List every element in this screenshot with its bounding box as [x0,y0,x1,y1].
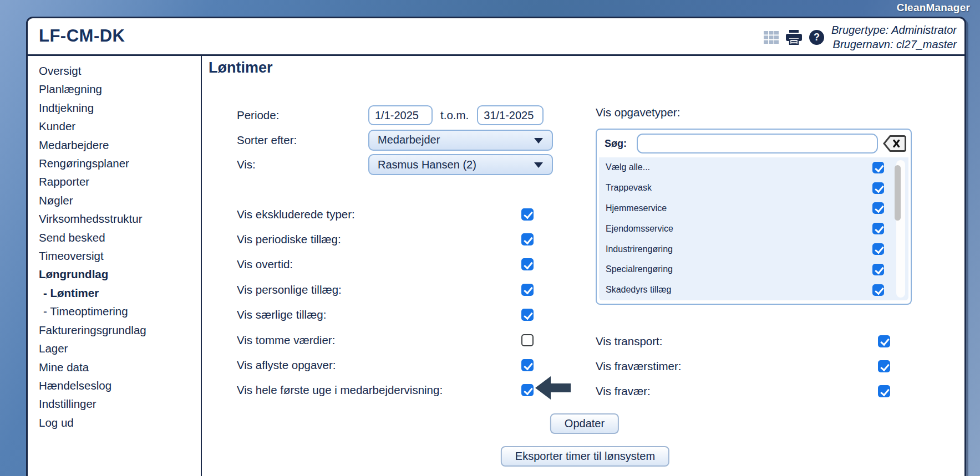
user-info: Brugertype: Administrator Brugernavn: cl… [831,23,957,52]
options-left-column: Vis ekskluderede typer: Vis periodiske t… [237,202,534,403]
sidebar-item-faktureringsgrundlag[interactable]: Faktureringsgrundlag [39,321,201,339]
sidebar-item-noegler[interactable]: Nøgler [39,191,201,209]
option-row: Vis overtid: [237,252,534,277]
option-row: Vis aflyste opgaver: [237,352,534,377]
sorter-efter-value: Medarbejder [378,134,440,146]
checkbox[interactable] [872,243,884,255]
sorter-efter-select[interactable]: Medarbejder [368,130,553,151]
checkbox[interactable] [878,385,890,397]
list-item-label: Trappevask [606,183,652,193]
sidebar-item-loentimer[interactable]: - Løntimer [39,284,201,302]
list-item-label: Industrirengøring [606,244,673,254]
list-item-label: Skadedyrs tillæg [606,285,671,295]
eksporter-button[interactable]: Eksporter timer til lønsystem [501,446,669,467]
header-toolbar: ? Brugertype: Administrator Brugernavn: … [764,23,957,52]
option-row: Vis personlige tillæg: [237,277,534,302]
sidebar-item-loengrundlag[interactable]: Løngrundlag [39,265,201,283]
sidebar-item-planlaegning[interactable]: Planlægning [39,80,201,98]
printer-icon[interactable] [786,30,802,45]
list-item-industrirengoering[interactable]: Industrirengøring [599,239,908,259]
sidebar-item-timeoversigt[interactable]: Timeoversigt [39,247,201,265]
sidebar-item-medarbejdere[interactable]: Medarbejdere [39,136,201,154]
soeg-label: Søg: [605,138,637,150]
list-item-specialrengoering[interactable]: Specialrengøring [599,259,908,280]
checkbox[interactable] [521,258,534,270]
soeg-input[interactable] [637,134,878,153]
checkbox[interactable] [521,284,534,296]
sidebar-item-rapporter[interactable]: Rapporter [39,172,201,191]
user-name: Brugernavn: cl27_master [831,37,957,52]
checkbox[interactable] [872,284,884,296]
sidebar-item-oversigt[interactable]: Oversigt [39,62,201,80]
list-item-skadedyrs-tillaeg[interactable]: Skadedyrs tillæg [599,280,908,300]
checkbox[interactable] [521,334,534,346]
sidebar-item-indtjekning[interactable]: Indtjekning [39,99,201,117]
options-right-column: Vis transport: Vis fraværstimer: Vis fra… [596,329,890,404]
checkbox[interactable] [521,384,534,396]
option-label: Vis ekskluderede typer: [237,208,355,221]
date-from-input[interactable] [368,105,433,125]
backspace-icon [883,135,906,152]
date-to-input[interactable] [477,105,544,125]
list-item-ejendomsservice[interactable]: Ejendomsservice [599,218,908,239]
sidebar-nav: Oversigt Planlægning Indtjekning Kunder … [28,56,202,476]
clear-search-button[interactable] [883,135,906,152]
option-label: Vis personlige tillæg: [237,283,342,296]
opdater-button[interactable]: Opdater [550,413,619,434]
sidebar-item-log-ud[interactable]: Log ud [39,413,201,432]
checkbox[interactable] [521,309,534,321]
scrollbar-thumb[interactable] [895,165,901,221]
main-content: Løntimer Periode: t.o.m. Sorter efter: M… [202,56,964,476]
checkbox[interactable] [872,223,884,234]
vis-select[interactable]: Rasmus Hansen (2) [368,154,553,175]
sidebar-item-mine-data[interactable]: Mine data [39,358,201,376]
checkbox[interactable] [878,335,890,347]
sidebar-item-send-besked[interactable]: Send besked [39,228,201,247]
sidebar-item-indstillinger[interactable]: Indstillinger [39,395,201,413]
option-label: Vis hele første uge i medarbejdervisning… [237,383,443,397]
checkbox[interactable] [872,264,884,275]
user-type: Brugertype: Administrator [831,23,957,37]
checkbox[interactable] [521,208,534,221]
list-item-vaelg-alle[interactable]: Vælg alle... [599,157,908,178]
option-label: Vis overtid: [237,258,293,271]
periode-label: Periode: [237,109,368,122]
sidebar-item-lager[interactable]: Lager [39,339,201,357]
opgavetyper-search-row: Søg: [597,130,911,157]
opgavetyper-label: Vis opgavetyper: [596,106,680,119]
checkbox[interactable] [521,359,534,371]
sidebar-item-kunder[interactable]: Kunder [39,117,201,135]
scrollbar-track[interactable] [896,160,905,298]
help-icon[interactable]: ? [809,30,824,45]
checkbox[interactable] [521,233,534,245]
list-item-trappevask[interactable]: Trappevask [599,178,908,198]
sidebar-item-timeoptimering[interactable]: - Timeoptimering [39,302,201,320]
option-row: Vis ekskluderede typer: [237,202,534,227]
checkbox[interactable] [878,360,890,372]
checkbox[interactable] [872,162,884,173]
sidebar-item-haendelseslog[interactable]: Hændelseslog [39,376,201,395]
option-row: Vis fravær: [596,379,890,404]
list-item-label: Specialrengøring [606,264,673,274]
list-item-label: Vælg alle... [606,162,650,172]
option-row: Vis fraværstimer: [596,354,890,378]
sidebar-item-rengoeringsplaner[interactable]: Rengøringsplaner [39,154,201,172]
sidebar-item-virksomhedsstruktur[interactable]: Virksomhedsstruktur [39,209,201,228]
option-row: Vis hele første uge i medarbejdervisning… [237,378,534,403]
page-title: Løntimer [209,59,273,76]
checkbox[interactable] [872,202,884,214]
option-row: Vis transport: [596,329,890,354]
checkbox[interactable] [872,182,884,194]
option-label: Vis aflyste opgaver: [237,359,336,372]
vis-value: Rasmus Hansen (2) [378,158,476,171]
list-item-label: Ejendomsservice [606,224,673,234]
list-item-hjemmeservice[interactable]: Hjemmeservice [599,198,908,219]
option-label: Vis transport: [596,335,662,348]
brand-logo-text: CleanManager [897,2,970,14]
option-label: Vis tomme værdier: [237,334,335,347]
table-icon[interactable] [764,31,779,44]
option-label: Vis periodiske tillæg: [237,233,341,246]
option-label: Vis fravær: [596,385,651,398]
app-window: LF-CM-DK ? Brugertype: Administra [26,17,966,476]
option-row: Vis særlige tillæg: [237,303,534,327]
